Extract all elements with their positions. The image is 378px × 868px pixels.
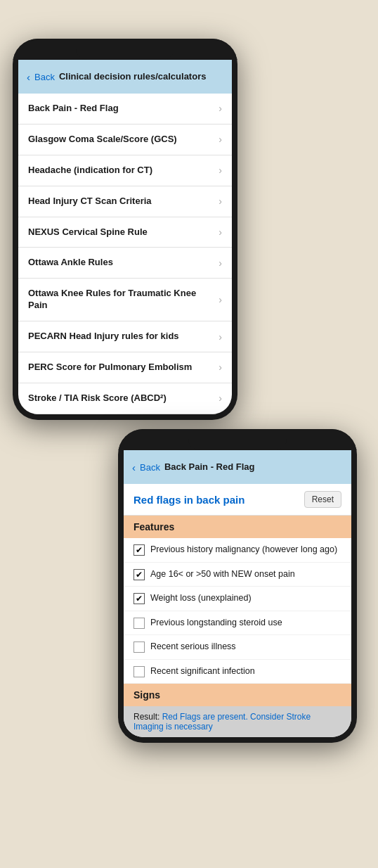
list-item-label: PERC Score for Pulmonary Embolism [28,362,213,374]
checkbox-item-prev-malignancy[interactable]: ✔ Previous history malignancy (however l… [124,538,351,563]
checkbox-item-recent-illness[interactable]: Recent serious illness [124,635,351,660]
checkbox-label-prev-malignancy: Previous history malignancy (however lon… [150,544,337,556]
list-item-back-pain-red-flag[interactable]: Back Pain - Red Flag › [18,94,232,125]
result-bar: Result: Red Flags are present. Consider … [124,706,351,737]
signs-section-header: Signs [124,684,351,706]
checkbox-label-steroid-use: Previous longstanding steroid use [150,617,282,630]
list-item-nexus-cervical[interactable]: NEXUS Cervical Spine Rule › [18,217,232,248]
result-text: Red Flags are present. Consider Stroke I… [133,712,311,732]
chevron-right-icon: › [219,226,222,238]
chevron-right-icon: › [219,294,222,305]
list-item-label: Head Injury CT Scan Criteria [28,196,213,208]
checkbox-recent-infection[interactable] [133,666,145,677]
phone1-screen: ‹ Back Clinical decision rules/calculato… [18,60,232,414]
checkbox-label-recent-illness: Recent serious illness [150,641,236,653]
back-chevron-icon: ‹ [27,71,30,83]
list-item-ottawa-ankle[interactable]: Ottawa Ankle Rules › [18,248,232,279]
main-title: Red flags in back pain [133,494,245,506]
phone1-nav-bar: ‹ Back Clinical decision rules/calculato… [18,60,232,94]
checkbox-item-weight-loss[interactable]: ✔ Weight loss (unexplained) [124,587,351,611]
phone2-screen: ‹ Back Back Pain - Red Flag Red flags in… [124,450,351,737]
list-item-perc[interactable]: PERC Score for Pulmonary Embolism › [18,352,232,383]
phone-notch [76,44,174,60]
list-item-glasgow-coma[interactable]: Glasgow Coma Scale/Score (GCS) › [18,125,232,155]
checkbox-label-recent-infection: Recent significant infection [150,665,255,678]
title-row: Red flags in back pain Reset [124,484,351,516]
menu-list: Back Pain - Red Flag › Glasgow Coma Scal… [18,94,232,414]
phone1: ‹ Back Clinical decision rules/calculato… [13,39,237,420]
checkbox-item-steroid-use[interactable]: Previous longstanding steroid use [124,611,351,636]
checkbox-age-16-50[interactable]: ✔ [133,569,145,580]
back-button[interactable]: Back [34,72,55,82]
chevron-right-icon: › [219,392,222,404]
list-item-pecarn[interactable]: PECARN Head Injury rules for kids › [18,321,232,352]
chevron-right-icon: › [219,196,222,207]
list-item-label: Back Pain - Red Flag [28,103,213,115]
phone2: ‹ Back Back Pain - Red Flag Red flags in… [118,429,357,743]
list-item-label: NEXUS Cervical Spine Rule [28,226,213,238]
chevron-right-icon: › [219,331,222,343]
features-section-header: Features [124,516,351,538]
chevron-right-icon: › [219,103,222,114]
list-item-label: Headache (indication for CT) [28,165,213,177]
checkbox-item-recent-infection[interactable]: Recent significant infection [124,660,351,684]
list-item-head-injury-ct[interactable]: Head Injury CT Scan Criteria › [18,186,232,217]
list-item-headache-ct[interactable]: Headache (indication for CT) › [18,155,232,186]
list-item-ottawa-knee[interactable]: Ottawa Knee Rules for Traumatic Knee Pai… [18,279,232,321]
result-prefix: Result: [133,712,159,722]
nav-title: Clinical decision rules/calculators [59,71,207,83]
chevron-right-icon: › [219,257,222,269]
checkbox-label-weight-loss: Weight loss (unexplained) [150,592,252,605]
checkbox-list: ✔ Previous history malignancy (however l… [124,538,351,684]
list-item-label: Glasgow Coma Scale/Score (GCS) [28,134,213,146]
phone2-nav-bar: ‹ Back Back Pain - Red Flag [124,450,351,484]
checkbox-steroid-use[interactable] [133,618,145,629]
chevron-right-icon: › [219,165,222,176]
checkbox-weight-loss[interactable]: ✔ [133,593,145,604]
back-button2[interactable]: Back [140,462,160,473]
list-item-stroke-tia[interactable]: Stroke / TIA Risk Score (ABCD²) › [18,383,232,414]
list-item-label: Ottawa Ankle Rules [28,257,213,269]
chevron-right-icon: › [219,134,222,145]
checkbox-recent-illness[interactable] [133,642,145,653]
list-item-label: Ottawa Knee Rules for Traumatic Knee Pai… [28,288,213,312]
list-item-label: PECARN Head Injury rules for kids [28,331,213,343]
checkbox-label-age-16-50: Age 16< or >50 with NEW onset pain [150,568,295,581]
back-chevron-icon2: ‹ [132,461,136,473]
checkbox-prev-malignancy[interactable]: ✔ [133,544,145,556]
chevron-right-icon: › [219,362,222,373]
reset-button[interactable]: Reset [304,491,341,508]
phone2-notch [188,435,287,450]
nav-title2: Back Pain - Red Flag [164,461,255,473]
checkbox-item-age-16-50[interactable]: ✔ Age 16< or >50 with NEW onset pain [124,563,351,587]
list-item-label: Stroke / TIA Risk Score (ABCD²) [28,392,213,404]
